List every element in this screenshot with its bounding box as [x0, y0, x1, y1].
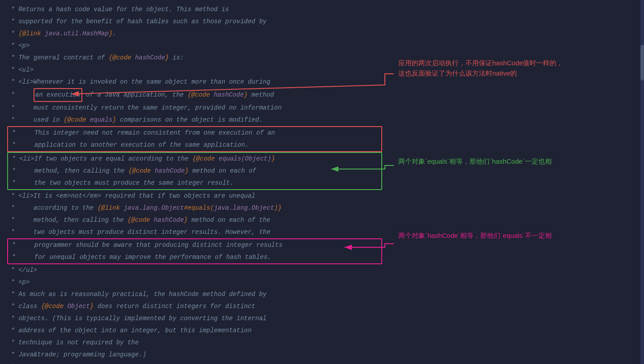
- callout-red-text: 应用的两次启动执行，不用保证hashCode值时一样的，这也反面验证了为什么该方…: [398, 59, 563, 77]
- scrollbar-thumb[interactable]: [640, 45, 644, 80]
- callout-pink: 两个对象`hashCode`相等，那他们`equals`不一定相: [398, 231, 552, 241]
- code-line-29: * Java&trade; programming language.): [7, 349, 382, 361]
- code-line-18: * method, then calling the {@code hashCo…: [7, 214, 382, 226]
- code-line-2: * supported for the benefit of hash tabl…: [7, 16, 382, 28]
- highlight-an-execution: an execution: [34, 88, 82, 102]
- code-line-7: * <li>Whenever it is invoked on the same…: [7, 76, 382, 88]
- code-line-4: * <p>: [7, 40, 382, 52]
- code-line-24: * As much as is reasonably practical, th…: [7, 288, 382, 301]
- code-line-20: * programmer should be aware that produc…: [8, 239, 381, 251]
- callout-green-text: 两个对象`equals`相等，那他们`hashCode`一定也相: [398, 157, 552, 165]
- code-line-19: * two objects must produce distinct inte…: [7, 226, 382, 238]
- highlight-block-pink: * programmer should be aware that produc…: [7, 238, 382, 264]
- code-line-26: * objects. (This is typically implemente…: [7, 313, 382, 325]
- code-line-3: * {@link java.util.HashMap}.: [7, 28, 382, 40]
- code-line-10: * used in {@code equals} comparisons on …: [7, 114, 382, 126]
- callout-red: 应用的两次启动执行，不用保证hashCode值时一样的，这也反面验证了为什么该方…: [398, 58, 563, 78]
- code-line-27: * address of the object into an integer,…: [7, 325, 382, 337]
- scrollbar[interactable]: [640, 0, 644, 364]
- code-line-9: * must consistently return the same inte…: [7, 102, 382, 114]
- highlight-block-red: * This integer need not remain consisten…: [7, 126, 382, 152]
- code-line-8: * an execution of a Java application, th…: [7, 88, 382, 102]
- code-line-25: * class {@code Object} does return disti…: [7, 301, 382, 313]
- code-line-21: * for unequal objects may improve the pe…: [8, 251, 381, 263]
- code-line-15: * the two objects must produce the same …: [8, 177, 381, 189]
- code-line-16: * <li>It is <em>not</em> required that i…: [7, 190, 382, 202]
- code-line-28: * technique is not required by the: [7, 337, 382, 349]
- callout-green: 两个对象`equals`相等，那他们`hashCode`一定也相: [398, 157, 552, 167]
- code-line-5: * The general contract of {@code hashCod…: [7, 52, 382, 64]
- code-line-22: * </ul>: [7, 264, 382, 276]
- code-display: * Returns a hash code value for the obje…: [0, 0, 389, 364]
- code-line-6: * <ul>: [7, 64, 382, 76]
- code-line-23: * <p>: [7, 276, 382, 288]
- code-line-30: *: [7, 361, 382, 364]
- callout-pink-text: 两个对象`hashCode`相等，那他们`equals`不一定相: [398, 232, 552, 239]
- code-line-13: * <li>If two objects are equal according…: [8, 153, 381, 165]
- code-line-17: * according to the {@link java.lang.Obje…: [7, 202, 382, 214]
- callout-area: 应用的两次启动执行，不用保证hashCode值时一样的，这也反面验证了为什么该方…: [389, 0, 644, 364]
- code-line-11: * This integer need not remain consisten…: [8, 127, 381, 139]
- highlight-block-green: * <li>If two objects are equal according…: [7, 152, 382, 190]
- code-line-12: * application to another execution of th…: [8, 139, 381, 151]
- code-line-14: * method, then calling the {@code hashCo…: [8, 165, 381, 177]
- code-line-1: * Returns a hash code value for the obje…: [7, 4, 382, 16]
